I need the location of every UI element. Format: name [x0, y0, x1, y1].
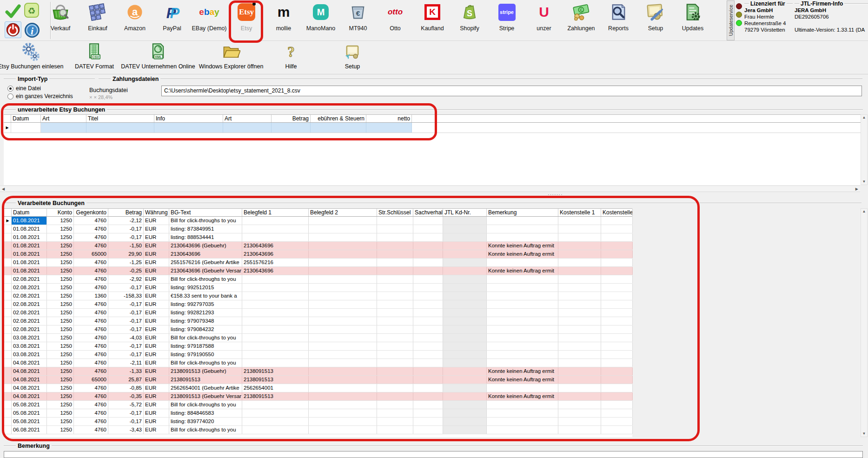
cell-kostenstelle-1[interactable] [558, 384, 601, 392]
cell-waehrung[interactable]: EUR [144, 284, 169, 292]
cell-belegfeld-2[interactable] [309, 325, 377, 333]
cell-datum[interactable]: 01.08.2021 [12, 267, 47, 275]
table-row[interactable]: 02.08.202112504760-0,17EURlisting: 99279… [4, 300, 632, 309]
cell-str-schluessel[interactable] [377, 233, 413, 241]
cell-konto[interactable]: 1250 [47, 275, 74, 283]
cell-ind[interactable] [4, 384, 12, 392]
cell-datum[interactable]: 02.08.2021 [12, 300, 47, 308]
cell-bg-text[interactable]: 2138091513 (Gebuehr Versar [169, 392, 242, 400]
toolbar-button-kaufland[interactable]: KKaufland [414, 0, 451, 41]
cell-bg-text[interactable]: 2138091513 (Gebuehr) [169, 367, 242, 375]
column-header-betrag[interactable]: Betrag [108, 209, 144, 216]
cell-sachverhalt[interactable] [413, 259, 443, 266]
cell-belegfeld-1[interactable] [242, 225, 309, 233]
cell-kostenstelle-2[interactable] [601, 384, 633, 392]
column-header-jtl-kd-nr[interactable]: JTL Kd-Nr. [443, 209, 487, 216]
cell-kostenstelle-2[interactable] [601, 342, 633, 350]
cell-belegfeld-1[interactable] [242, 334, 309, 342]
radio-dot[interactable] [7, 93, 13, 100]
cell-konto[interactable]: 1250 [47, 250, 74, 258]
cell-gegenkonto[interactable]: 4760 [74, 401, 108, 409]
cell-datum[interactable]: 03.08.2021 [12, 342, 47, 350]
cell-bg-text[interactable]: listing: 992797035 [169, 300, 242, 308]
cell-jtl-kd-nr[interactable] [443, 267, 487, 275]
cell-konto[interactable]: 1250 [47, 225, 74, 233]
cell-kostenstelle-1[interactable] [558, 351, 601, 358]
cell-betrag[interactable]: -0,35 [108, 392, 144, 400]
cell-ind[interactable] [4, 376, 12, 384]
scroll-down-icon[interactable]: ▼ [862, 179, 866, 185]
cell-bemerkung[interactable]: Konnte keinen Auftrag ermit [487, 242, 558, 250]
scroll-right-icon[interactable]: ▶ [855, 187, 858, 191]
cell-kostenstelle-1[interactable] [558, 409, 601, 417]
cell-belegfeld-2[interactable] [309, 259, 377, 266]
column-header-kostenstelle-2[interactable]: Kostenstelle 2 [601, 209, 633, 216]
cell-bemerkung[interactable] [487, 409, 558, 417]
cell-belegfeld-1[interactable]: 2130643696 [242, 267, 309, 275]
cell-bg-text[interactable]: Bill for click-throughs to you [169, 426, 242, 434]
cell-gegenkonto[interactable]: 4760 [74, 225, 108, 233]
cell-bg-text[interactable]: listing: 979079348 [169, 317, 242, 325]
cell-betrag[interactable]: -1,33 [108, 367, 144, 375]
table-row[interactable]: 04.08.202112504760-2,11EURBill for click… [4, 359, 632, 367]
cell-belegfeld-1[interactable] [242, 418, 309, 425]
toolbar-button-stripe[interactable]: stripeStripe [488, 0, 525, 41]
cell-empty[interactable] [41, 123, 86, 133]
column-header-belegfeld-1[interactable]: Belegfeld 1 [242, 209, 309, 216]
cell-empty[interactable] [366, 123, 412, 133]
cell-betrag[interactable]: -0,17 [108, 225, 144, 233]
cell-jtl-kd-nr[interactable] [443, 392, 487, 400]
cell-belegfeld-2[interactable] [309, 292, 377, 300]
cell-kostenstelle-2[interactable] [601, 392, 633, 400]
cell-datum[interactable]: 03.08.2021 [12, 351, 47, 358]
cell-gegenkonto[interactable]: 4760 [74, 342, 108, 350]
cell-datum[interactable]: 02.08.2021 [12, 309, 47, 317]
column-header-netto[interactable]: netto [366, 115, 412, 122]
table-row[interactable]: 02.08.202112504760-0,17EURlisting: 97908… [4, 325, 632, 334]
cell-gegenkonto[interactable]: 4760 [74, 300, 108, 308]
table-row[interactable]: 04.08.202112506500025,87EUR2138091513213… [4, 376, 632, 384]
cell-sachverhalt[interactable] [413, 325, 443, 333]
cell-gegenkonto[interactable]: 4760 [74, 426, 108, 434]
cell-belegfeld-1[interactable]: 2130643696 [242, 242, 309, 250]
cell-kostenstelle-2[interactable] [601, 300, 633, 308]
cell-jtl-kd-nr[interactable] [443, 259, 487, 266]
column-header-str-schl-ssel[interactable]: Str.Schlüssel [377, 209, 413, 216]
cell-konto[interactable]: 1250 [47, 426, 74, 434]
cell-sachverhalt[interactable] [413, 217, 443, 225]
table-row[interactable]: 01.08.202112504760-0,17EURlisting: 88853… [4, 233, 632, 242]
cell-kostenstelle-1[interactable] [558, 242, 601, 250]
cell-jtl-kd-nr[interactable] [443, 250, 487, 258]
toolbar-button-mt940[interactable]: €MT940 [339, 0, 377, 41]
table-row[interactable]: 03.08.202112504760-4,03EURBill for click… [4, 334, 632, 342]
cell-jtl-kd-nr[interactable] [443, 225, 487, 233]
cell-str-schluessel[interactable] [377, 292, 413, 300]
cell-sachverhalt[interactable] [413, 267, 443, 275]
cell-konto[interactable]: 1250 [47, 317, 74, 325]
cell-jtl-kd-nr[interactable] [443, 325, 487, 333]
table-row[interactable]: 02.08.202112504760-2,92EURBill for click… [4, 275, 632, 284]
cell-betrag[interactable]: -5,72 [108, 401, 144, 409]
cell-ind[interactable] [4, 401, 12, 409]
cell-bg-text[interactable]: listing: 839774020 [169, 418, 242, 425]
cell-belegfeld-1[interactable] [242, 217, 309, 225]
cell-ind[interactable] [4, 409, 12, 417]
cell-kostenstelle-1[interactable] [558, 392, 601, 400]
cell-str-schluessel[interactable] [377, 351, 413, 358]
cell-sachverhalt[interactable] [413, 300, 443, 308]
cell-empty[interactable] [311, 123, 366, 133]
cell-belegfeld-1[interactable]: 2551576216 [242, 259, 309, 266]
cell-bemerkung[interactable] [487, 300, 558, 308]
cell-konto[interactable]: 1250 [47, 300, 74, 308]
cell-kostenstelle-2[interactable] [601, 426, 633, 434]
cell-ind[interactable] [4, 351, 12, 358]
cell-belegfeld-2[interactable] [309, 284, 377, 292]
cell-datum[interactable] [11, 123, 41, 133]
cell-empty[interactable] [223, 123, 272, 133]
cell-belegfeld-2[interactable] [309, 367, 377, 375]
confirm-icon[interactable] [5, 3, 21, 20]
cell-kostenstelle-1[interactable] [558, 426, 601, 434]
cell-konto[interactable]: 1250 [47, 233, 74, 241]
cell-str-schluessel[interactable] [377, 409, 413, 417]
cell-jtl-kd-nr[interactable] [443, 242, 487, 250]
